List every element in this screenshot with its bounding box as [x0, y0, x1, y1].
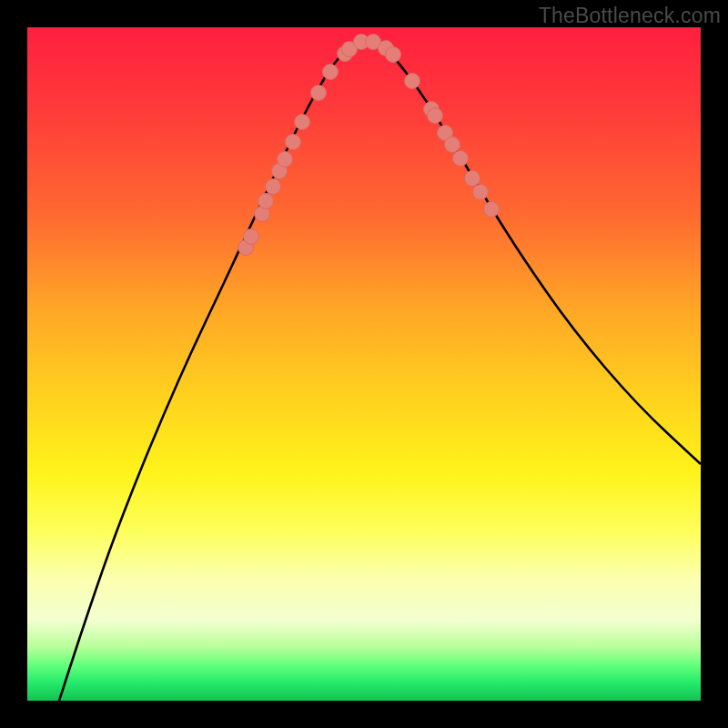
chart-frame: TheBottleneck.com [0, 0, 728, 728]
plot-area [27, 27, 701, 701]
data-marker [473, 185, 489, 200]
data-marker [295, 115, 310, 130]
data-marker [484, 202, 500, 217]
data-marker [386, 47, 401, 63]
watermark-text: TheBottleneck.com [539, 4, 721, 28]
data-marker [258, 194, 274, 209]
data-marker [286, 135, 301, 150]
data-marker [278, 152, 293, 167]
data-markers [238, 35, 500, 256]
data-marker [311, 86, 327, 101]
data-marker [244, 229, 259, 245]
data-marker [428, 108, 443, 124]
chart-svg [27, 27, 701, 701]
bottleneck-curve [59, 41, 701, 701]
data-marker [445, 137, 460, 153]
data-marker [266, 179, 281, 195]
data-marker [323, 65, 339, 80]
data-marker [453, 151, 469, 167]
data-marker [465, 171, 480, 187]
data-marker [405, 74, 420, 89]
